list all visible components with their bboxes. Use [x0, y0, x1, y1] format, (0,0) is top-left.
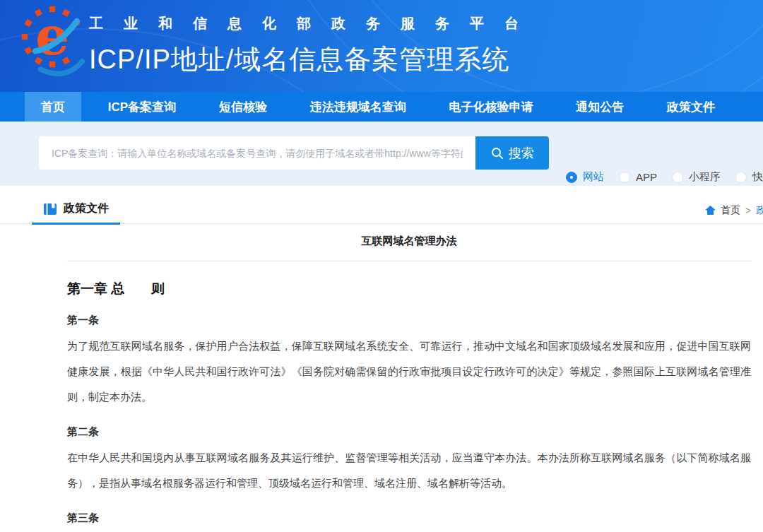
platform-name: 工业和信息化部政务服务平台: [89, 14, 539, 33]
radio-label: 小程序: [689, 170, 721, 184]
breadcrumb-separator: >: [745, 205, 751, 216]
miit-gear-e-logo-icon: e: [20, 4, 85, 89]
tab-policy-files[interactable]: 政策文件: [32, 201, 120, 225]
policy-document: 互联网域名管理办法 第一章 总 则 第一条 为了规范互联网域名服务，保护用户合法…: [67, 224, 751, 532]
article-heading: 第二条: [67, 422, 751, 442]
content-area: 政策文件 首页 > 政 互联网域名管理办法 第一章 总 则 第一条 为了规范互联…: [0, 186, 763, 532]
site-header: e 工业和信息化部政务服务平台 ICP/IP地址/域名信息备案管理系统: [0, 0, 763, 92]
radio-label: 网站: [583, 170, 604, 184]
document-title: 互联网域名管理办法: [67, 224, 751, 261]
radio-label: APP: [636, 171, 657, 183]
nav-item-icp-query[interactable]: ICP备案查询: [92, 92, 192, 122]
breadcrumb-current: 政: [756, 204, 763, 217]
article-2: 第二条 在中华人民共和国境内从事互联网域名服务及其运行维护、监督管理等相关活动，…: [67, 422, 751, 496]
radio-circle-icon: [672, 172, 683, 183]
search-input[interactable]: [39, 136, 475, 170]
nav-item-home[interactable]: 首页: [25, 92, 81, 122]
search-type-radio-group: 网站 APP 小程序 快: [566, 170, 763, 184]
article-heading: 第一条: [67, 311, 751, 330]
radio-circle-icon: [619, 172, 630, 183]
radio-website[interactable]: 网站: [566, 170, 604, 184]
nav-item-e-verify-apply[interactable]: 电子化核验申请: [432, 92, 549, 122]
article-heading: 第三条: [67, 509, 751, 528]
nav-item-notices[interactable]: 通知公告: [560, 92, 640, 122]
nav-item-illegal-domain-query[interactable]: 违法违规域名查询: [294, 92, 422, 122]
nav-item-sms-verify[interactable]: 短信核验: [203, 92, 283, 122]
breadcrumb-home[interactable]: 首页: [721, 204, 740, 217]
radio-app[interactable]: APP: [619, 171, 657, 183]
radio-quick-app[interactable]: 快: [735, 170, 763, 184]
article-text: 为了规范互联网域名服务，保护用户合法权益，保障互联网域名系统安全、可靠运行，推动…: [67, 333, 751, 410]
policy-book-icon: [43, 202, 57, 216]
radio-mini-program[interactable]: 小程序: [672, 170, 721, 184]
tab-policy-files-label: 政策文件: [64, 201, 109, 216]
article-3: 第三条 工业和信息化部对全国的域名服务实施监督管理，主要职责是：（一）制定互联网…: [67, 509, 751, 532]
article-text: 在中华人民共和国境内从事互联网域名服务及其运行维护、监督管理等相关活动，应当遵守…: [67, 445, 751, 496]
chapter-heading: 第一章 总 则: [67, 280, 751, 298]
radio-circle-icon: [566, 172, 577, 183]
search-section: 搜索 网站 APP 小程序 快: [0, 122, 763, 186]
system-title: ICP/IP地址/域名信息备案管理系统: [89, 42, 539, 78]
breadcrumb: 首页 > 政: [705, 204, 763, 217]
search-button-label: 搜索: [509, 145, 534, 162]
main-nav: 首页 ICP备案查询 短信核验 违法违规域名查询 电子化核验申请 通知公告 政策…: [0, 92, 763, 122]
section-bar: 政策文件 首页 > 政: [0, 186, 763, 224]
home-icon: [705, 206, 716, 215]
radio-label: 快: [752, 170, 763, 184]
article-1: 第一条 为了规范互联网域名服务，保护用户合法权益，保障互联网域名系统安全、可靠运…: [67, 311, 751, 410]
search-icon: [491, 147, 504, 160]
nav-item-policy-files[interactable]: 政策文件: [651, 92, 731, 122]
search-button[interactable]: 搜索: [475, 136, 549, 170]
radio-circle-icon: [735, 172, 747, 183]
